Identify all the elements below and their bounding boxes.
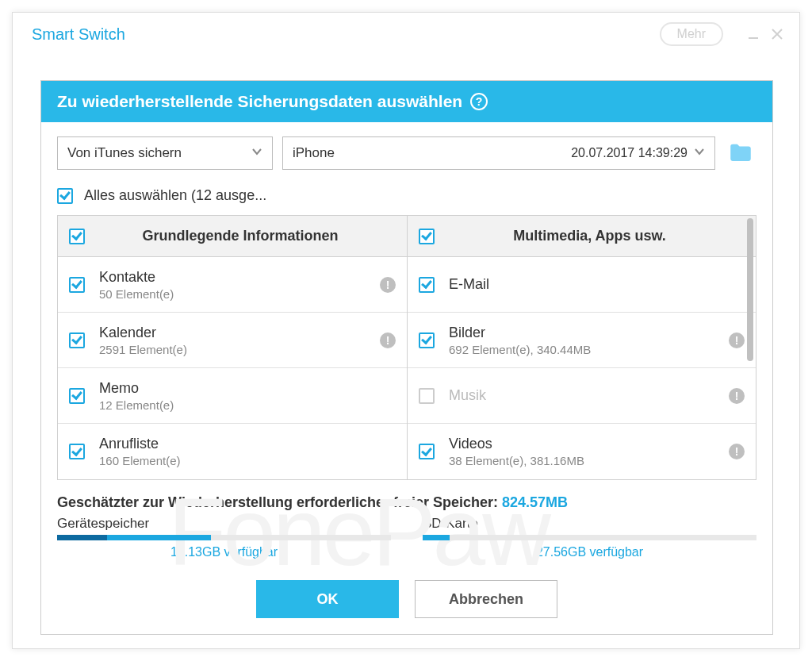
item-checkbox[interactable] — [69, 444, 85, 459]
list-item[interactable]: E-Mail — [408, 257, 756, 313]
data-grid: Grundlegende Informationen Kontakte 50 E… — [57, 215, 756, 480]
item-subtitle: 692 Element(e), 340.44MB — [449, 343, 591, 356]
item-title: Videos — [449, 436, 584, 452]
info-icon[interactable]: ! — [380, 332, 396, 348]
item-title: Memo — [99, 380, 174, 397]
device-name: iPhone — [293, 145, 335, 161]
estimate-label: Geschätzter zur Wiederherstellung erford… — [57, 494, 498, 510]
item-subtitle: 160 Element(e) — [99, 454, 181, 467]
column-left-checkbox[interactable] — [69, 229, 85, 244]
item-title: Bilder — [449, 325, 591, 341]
sd-available: 27.56GB verfügbar — [423, 545, 756, 559]
list-item[interactable]: Memo 12 Element(e) — [58, 368, 407, 424]
backup-timestamp: 20.07.2017 14:39:29 — [571, 146, 688, 160]
device-dropdown[interactable]: iPhone 20.07.2017 14:39:29 — [282, 136, 715, 170]
more-button[interactable]: Mehr — [660, 22, 723, 46]
dialog-title: Zu wiederherstellende Sicherungsdaten au… — [57, 92, 462, 111]
estimate-value: 824.57MB — [502, 494, 568, 510]
close-button[interactable] — [769, 26, 785, 42]
item-checkbox[interactable] — [419, 332, 435, 348]
sd-storage-label: SD-Karte — [423, 516, 756, 532]
item-subtitle: 38 Element(e), 381.16MB — [449, 454, 584, 467]
app-title: Smart Switch — [32, 25, 125, 44]
info-icon[interactable]: ! — [729, 388, 745, 404]
select-all-checkbox[interactable] — [57, 188, 73, 204]
item-checkbox[interactable] — [69, 332, 85, 348]
minimize-button[interactable] — [745, 26, 761, 42]
item-subtitle: 50 Element(e) — [99, 287, 174, 301]
list-item[interactable]: Kalender 2591 Element(e) ! — [58, 313, 407, 368]
item-title: Anrufliste — [99, 436, 181, 452]
info-icon[interactable]: ! — [380, 277, 396, 293]
item-checkbox[interactable] — [419, 277, 435, 293]
sd-storage-bar — [423, 535, 756, 540]
list-item[interactable]: Bilder 692 Element(e), 340.44MB ! — [408, 313, 756, 368]
chevron-down-icon — [694, 146, 705, 160]
item-subtitle: 2591 Element(e) — [99, 343, 187, 356]
info-icon[interactable]: ! — [729, 444, 745, 459]
info-icon[interactable]: ! — [729, 332, 745, 348]
item-checkbox[interactable] — [69, 388, 85, 404]
item-subtitle: 12 Element(e) — [99, 398, 174, 412]
item-title: Kalender — [99, 325, 187, 341]
list-item[interactable]: Kontakte 50 Element(e) ! — [58, 257, 407, 313]
item-checkbox[interactable] — [69, 277, 85, 293]
device-storage-bar — [57, 535, 391, 540]
column-right-header: Multimedia, Apps usw. — [435, 228, 745, 244]
dialog-header: Zu wiederherstellende Sicherungsdaten au… — [41, 81, 772, 122]
column-left-header: Grundlegende Informationen — [85, 228, 396, 244]
item-title: E-Mail — [449, 276, 489, 293]
device-storage-label: Gerätespeicher — [57, 516, 391, 532]
list-item: Musik ! — [408, 368, 756, 424]
folder-icon[interactable] — [725, 137, 756, 169]
column-right-checkbox[interactable] — [419, 229, 435, 244]
list-item[interactable]: Videos 38 Element(e), 381.16MB ! — [408, 424, 756, 479]
item-checkbox[interactable] — [419, 444, 435, 459]
help-icon[interactable]: ? — [470, 93, 488, 110]
ok-button[interactable]: OK — [256, 580, 399, 618]
item-checkbox — [419, 388, 435, 404]
item-title: Musik — [449, 387, 486, 404]
chevron-down-icon — [251, 145, 262, 161]
backup-source-dropdown[interactable]: Von iTunes sichern — [57, 136, 273, 170]
select-all-label: Alles auswählen (12 ausge... — [84, 187, 266, 204]
item-title: Kontakte — [99, 269, 174, 286]
backup-source-label: Von iTunes sichern — [67, 145, 182, 161]
device-available: 16.13GB verfügbar — [57, 545, 391, 559]
cancel-button[interactable]: Abbrechen — [415, 580, 557, 618]
list-item[interactable]: Anrufliste 160 Element(e) — [58, 424, 407, 479]
estimate-line: Geschätzter zur Wiederherstellung erford… — [57, 494, 756, 511]
scrollbar[interactable] — [747, 218, 753, 361]
